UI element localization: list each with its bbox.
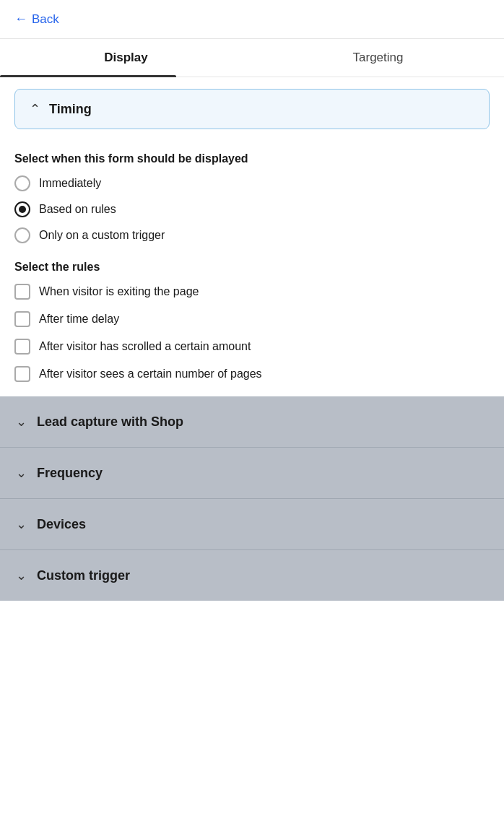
radio-label-based-on-rules: Based on rules: [39, 203, 116, 216]
radio-based-on-rules[interactable]: Based on rules: [14, 201, 490, 217]
radio-circle-custom-trigger: [14, 227, 30, 243]
checkbox-exit-page[interactable]: When visitor is exiting the page: [14, 284, 490, 300]
checkbox-label-exit-page: When visitor is exiting the page: [39, 285, 199, 298]
collapsed-title-devices: Devices: [37, 517, 86, 532]
collapsed-title-custom-trigger: Custom trigger: [37, 568, 130, 583]
checkbox-time-delay[interactable]: After time delay: [14, 311, 490, 327]
collapsed-title-lead-capture: Lead capture with Shop: [37, 414, 183, 430]
timing-section: ⌃ Timing: [14, 89, 490, 129]
checkbox-label-time-delay: After time delay: [39, 313, 119, 326]
chevron-up-icon: ⌃: [30, 101, 40, 117]
tab-display[interactable]: Display: [0, 39, 252, 77]
header: ← Back: [0, 0, 504, 39]
form-body: Select when this form should be displaye…: [0, 141, 504, 396]
collapsed-title-frequency: Frequency: [37, 466, 103, 481]
tab-targeting[interactable]: Targeting: [252, 39, 504, 77]
checkbox-label-scrolled: After visitor has scrolled a certain amo…: [39, 340, 251, 353]
main-content: ⌃ Timing Select when this form should be…: [0, 89, 504, 601]
checkbox-square-exit-page: [14, 284, 30, 300]
timing-title: Timing: [49, 102, 92, 117]
radio-circle-immediately: [14, 175, 30, 191]
collapsed-sections: ⌄ Lead capture with Shop ⌄ Frequency ⌄ D…: [0, 396, 504, 601]
collapsed-lead-capture[interactable]: ⌄ Lead capture with Shop: [0, 396, 504, 448]
checkbox-square-time-delay: [14, 311, 30, 327]
radio-label-immediately: Immediately: [39, 177, 101, 190]
checkbox-pages-seen[interactable]: After visitor sees a certain number of p…: [14, 366, 490, 382]
collapsed-custom-trigger[interactable]: ⌄ Custom trigger: [0, 550, 504, 601]
radio-custom-trigger[interactable]: Only on a custom trigger: [14, 227, 490, 243]
collapsed-frequency[interactable]: ⌄ Frequency: [0, 448, 504, 499]
chevron-down-icon-custom-trigger: ⌄: [16, 568, 27, 583]
select-rules-label: Select the rules: [14, 261, 490, 274]
radio-group: Immediately Based on rules Only on a cus…: [14, 175, 490, 243]
checkbox-square-scrolled: [14, 339, 30, 355]
tabs: Display Targeting: [0, 39, 504, 77]
back-button[interactable]: ← Back: [14, 12, 59, 27]
radio-circle-based-on-rules: [14, 201, 30, 217]
select-display-label: Select when this form should be displaye…: [14, 152, 490, 165]
chevron-down-icon-devices: ⌄: [16, 516, 27, 532]
checkbox-group: When visitor is exiting the page After t…: [14, 284, 490, 382]
radio-immediately[interactable]: Immediately: [14, 175, 490, 191]
chevron-down-icon-frequency: ⌄: [16, 465, 27, 481]
chevron-down-icon-lead-capture: ⌄: [16, 414, 27, 430]
back-label: Back: [32, 12, 59, 27]
radio-label-custom-trigger: Only on a custom trigger: [39, 229, 165, 242]
back-arrow-icon: ←: [14, 12, 27, 27]
collapsed-devices[interactable]: ⌄ Devices: [0, 499, 504, 550]
checkbox-scrolled[interactable]: After visitor has scrolled a certain amo…: [14, 339, 490, 355]
checkbox-label-pages-seen: After visitor sees a certain number of p…: [39, 368, 262, 381]
timing-header[interactable]: ⌃ Timing: [15, 90, 489, 129]
checkbox-square-pages-seen: [14, 366, 30, 382]
